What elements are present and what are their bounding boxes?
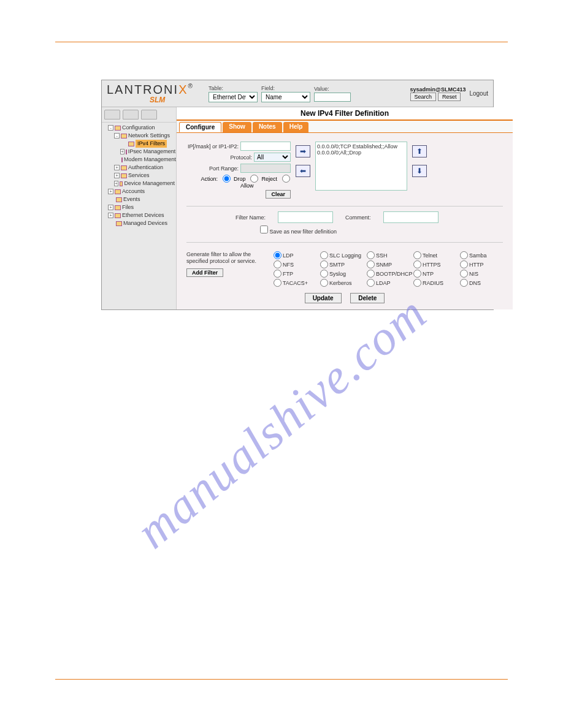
logout-link[interactable]: Logout (469, 90, 488, 97)
tab-notes[interactable]: Notes (253, 122, 282, 132)
tree-node[interactable]: +Files (103, 203, 175, 211)
protocol-option[interactable]: BOOTP/DHCP (367, 270, 410, 278)
toggle-icon[interactable]: + (114, 165, 120, 170)
arrow-right-button[interactable]: ➡ (296, 145, 310, 157)
protocol-option[interactable]: Syslog (320, 270, 363, 278)
reset-button[interactable]: Reset (438, 93, 461, 101)
ip-input[interactable] (240, 142, 291, 151)
side-tab-1[interactable] (104, 110, 120, 119)
tab-help[interactable]: Help (283, 122, 309, 132)
save-checkbox[interactable] (260, 226, 268, 233)
toggle-icon[interactable]: + (114, 173, 120, 178)
comment-input[interactable] (383, 211, 439, 223)
protocol-radio[interactable] (413, 260, 421, 268)
protocol-radio[interactable] (274, 270, 282, 278)
tree-label: Network Settings (128, 132, 170, 140)
toggle-icon[interactable]: + (120, 149, 124, 154)
side-tab-3[interactable] (141, 110, 157, 119)
rule-item[interactable]: 0.0.0.0/0;All;;Drop (317, 150, 405, 156)
protocol-radio[interactable] (460, 279, 468, 287)
protocol-option[interactable]: SSH (367, 251, 410, 259)
action-allow-radio[interactable] (282, 175, 290, 183)
tab-configure[interactable]: Configure (179, 122, 221, 132)
table-select[interactable]: Ethernet Device (209, 92, 258, 102)
protocol-label: Protocol: (230, 154, 252, 161)
protocol-option[interactable]: Samba (460, 251, 503, 259)
protocol-radio[interactable] (367, 270, 375, 278)
update-button[interactable]: Update (305, 293, 342, 303)
protocol-option[interactable]: TACACS+ (274, 279, 316, 287)
protocol-radio[interactable] (413, 251, 421, 259)
protocol-radio[interactable] (413, 270, 421, 278)
protocol-option[interactable]: NTP (413, 270, 456, 278)
field-label: Field: (261, 85, 310, 91)
protocol-option[interactable]: HTTPS (413, 260, 456, 268)
protocol-option[interactable]: NFS (274, 260, 316, 268)
tree-node[interactable]: +IPsec Management (103, 148, 175, 156)
portrange-input[interactable] (240, 164, 291, 173)
protocol-option[interactable]: LDP (274, 251, 316, 259)
protocol-radio[interactable] (460, 270, 468, 278)
filtername-input[interactable] (278, 211, 333, 223)
protocol-radio[interactable] (460, 260, 468, 268)
protocol-radio[interactable] (413, 279, 421, 287)
folder-icon (121, 134, 127, 138)
toggle-icon[interactable]: + (108, 189, 113, 194)
protocol-radio[interactable] (320, 270, 328, 278)
toggle-icon[interactable]: + (108, 205, 113, 210)
tree-node[interactable]: -Network Settings (103, 132, 175, 140)
tab-show[interactable]: Show (223, 122, 251, 132)
side-tab-2[interactable] (123, 110, 139, 119)
arrow-down-button[interactable]: ⬇ (412, 165, 427, 177)
toggle-icon[interactable]: - (108, 125, 113, 131)
protocol-option[interactable]: RADIUS (413, 279, 456, 287)
protocol-radio[interactable] (274, 279, 282, 287)
value-input[interactable] (314, 93, 351, 102)
protocol-radio[interactable] (320, 260, 328, 268)
tree-node[interactable]: Modem Management (103, 156, 175, 164)
tree-node[interactable]: +Device Management (103, 180, 175, 188)
search-button[interactable]: Search (410, 93, 437, 101)
protocol-select[interactable]: All (254, 153, 291, 162)
tree-node[interactable]: Managed Devices (103, 219, 175, 227)
protocol-option[interactable]: DNS (460, 279, 503, 287)
action-drop-radio[interactable] (223, 175, 231, 183)
protocol-option[interactable]: NIS (460, 270, 503, 278)
protocol-radio[interactable] (320, 251, 328, 259)
protocol-option[interactable]: SLC Logging (320, 251, 363, 259)
arrow-left-button[interactable]: ⬅ (296, 165, 310, 177)
action-allow-label: Allow (186, 183, 291, 189)
protocol-option[interactable]: HTTP (460, 260, 503, 268)
delete-button[interactable]: Delete (350, 293, 385, 303)
protocol-option[interactable]: Kerberos (320, 279, 363, 287)
tree-node[interactable]: IPv4 Filters (103, 140, 175, 148)
tree-node[interactable]: +Accounts (103, 188, 175, 195)
protocol-radio[interactable] (460, 251, 468, 259)
action-reject-radio[interactable] (250, 175, 258, 183)
protocol-option[interactable]: SNMP (367, 260, 410, 268)
tree-node[interactable]: +Ethernet Devices (103, 211, 175, 219)
rules-listbox[interactable]: 0.0.0.0/0;TCP Established;;Allow0.0.0.0/… (315, 142, 407, 191)
arrow-up-button[interactable]: ⬆ (412, 145, 427, 157)
protocol-option[interactable]: FTP (274, 270, 316, 278)
toggle-icon[interactable]: + (114, 181, 118, 186)
toggle-icon[interactable]: + (108, 213, 113, 218)
addfilter-button[interactable]: Add Filter (186, 268, 223, 277)
tree-node[interactable]: +Authentication (103, 164, 175, 172)
protocol-radio[interactable] (367, 279, 375, 287)
toggle-icon[interactable]: - (114, 133, 120, 138)
protocol-radio[interactable] (367, 251, 375, 259)
protocol-radio[interactable] (274, 251, 282, 259)
rule-item[interactable]: 0.0.0.0/0;TCP Established;;Allow (317, 143, 405, 150)
clear-button[interactable]: Clear (266, 190, 291, 199)
protocol-option[interactable]: Telnet (413, 251, 456, 259)
protocol-radio[interactable] (367, 260, 375, 268)
protocol-option[interactable]: SMTP (320, 260, 363, 268)
tree-node[interactable]: -Configuration (103, 124, 175, 132)
tree-node[interactable]: Events (103, 195, 175, 203)
protocol-radio[interactable] (320, 279, 328, 287)
field-select[interactable]: Name (261, 92, 310, 102)
protocol-option[interactable]: LDAP (367, 279, 410, 287)
protocol-radio[interactable] (274, 260, 282, 268)
tree-node[interactable]: +Services (103, 172, 175, 180)
